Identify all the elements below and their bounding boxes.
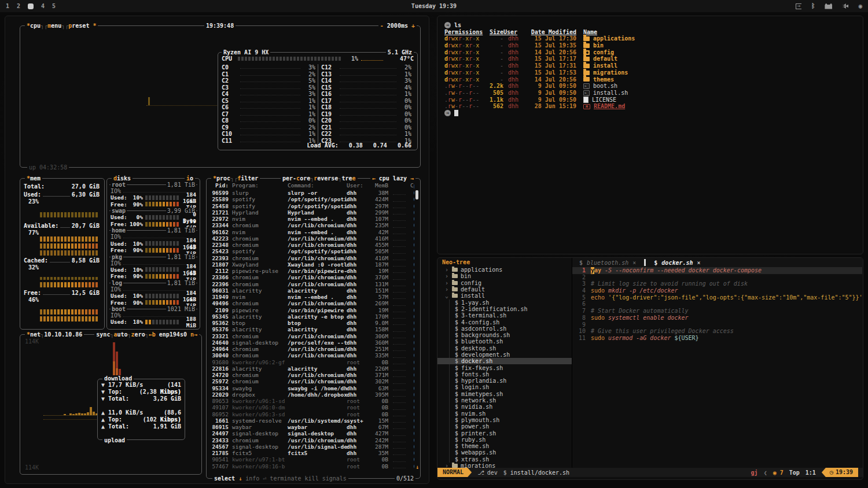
process-row[interactable]: 24497signal-desktopsignal-desktopdhh427M… bbox=[210, 430, 414, 437]
process-row[interactable]: 25589spotify/opt/spotify/spotidhh424M0.2 bbox=[210, 196, 414, 202]
process-row[interactable]: 95376alacrittyalacrittydhh158M0.0 bbox=[210, 326, 414, 332]
workspace-2[interactable]: 2 bbox=[17, 3, 20, 9]
neotree-item-xtras.sh[interactable]: $xtras.sh bbox=[437, 456, 572, 463]
process-row[interactable]: 24567signal-desktop/usr/lib/signal-dedhh… bbox=[210, 443, 414, 450]
process-row[interactable]: 22348chromium/usr/lib/chromium/dhh455M0.… bbox=[210, 242, 414, 248]
process-row[interactable]: 42223chromium/usr/lib/chromium/dhh416M0.… bbox=[210, 235, 414, 242]
neotree-item-migrations[interactable]: ›migrations bbox=[437, 463, 572, 468]
process-row[interactable]: 31949nvimnvim --embed .dhh57M0.0 bbox=[210, 294, 414, 300]
process-row[interactable]: 22396chromium/usr/lib/chromium/dhh131M0.… bbox=[210, 281, 414, 287]
neotree-item-3-terminal.sh[interactable]: $3-terminal.sh bbox=[437, 312, 572, 319]
workspace-active[interactable] bbox=[28, 3, 34, 9]
neotree-item-2-identification.sh[interactable]: $2-identification.sh bbox=[437, 306, 572, 312]
cpu-box-tabs[interactable]: *cpu┐┌menu┐┌preset * bbox=[25, 22, 98, 29]
process-row[interactable]: 1661systemd-resolve/usr/lib/systemd/ssys… bbox=[210, 417, 414, 424]
neotree-item-backgrounds.sh[interactable]: $backgrounds.sh bbox=[437, 332, 572, 338]
process-row[interactable]: 90541kworker/u97:1-btroot0B0.0 bbox=[210, 456, 414, 463]
process-row[interactable]: 95334swaybgswaybg -i /home/dhdhh63M0.0 bbox=[210, 385, 414, 391]
neotree-item-config[interactable]: ›config bbox=[437, 280, 572, 286]
neotree-item-theme.sh[interactable]: $theme.sh bbox=[437, 443, 572, 449]
process-row[interactable]: 86952kworker/u96:3-sdroot0B0.0 bbox=[210, 411, 414, 417]
process-actions[interactable]: select ↓ info ⏎ terminate kill signals bbox=[212, 475, 348, 482]
neotree-item-fonts.sh[interactable]: $fonts.sh bbox=[437, 371, 572, 378]
process-row[interactable]: 23321chromium/usr/lib/chromium/dhh306M0.… bbox=[210, 333, 414, 339]
neotree-item-docker.sh[interactable]: $docker.sh bbox=[437, 358, 572, 364]
process-row[interactable]: 22393chromium/usr/lib/chromium/dhh416M0.… bbox=[210, 255, 414, 261]
neotree-item-mimetypes.sh[interactable]: $mimetypes.sh bbox=[437, 391, 572, 397]
process-row[interactable]: 22972nvimnvim --embed .dhh107M0.0 bbox=[210, 216, 414, 222]
process-row[interactable]: 22029dropbox/home/dhh/.dropboxdhh395M0.0 bbox=[210, 391, 414, 398]
terminal-cursor[interactable] bbox=[454, 110, 458, 116]
process-row[interactable]: 49107kworker/u96:0-dmroot0B0.0 bbox=[210, 404, 414, 411]
neotree-item-network.sh[interactable]: $network.sh bbox=[437, 397, 572, 404]
neotree-item-plymouth.sh[interactable]: $plymouth.sh bbox=[437, 417, 572, 423]
neotree-item-fix-fkeys.sh[interactable]: $fix-fkeys.sh bbox=[437, 364, 572, 371]
editor-area[interactable]: 1yay -S --noconfirm --needed docker dock… bbox=[572, 267, 862, 468]
process-row[interactable]: 24964chromium/usr/lib/chromium/dhh251M0.… bbox=[210, 346, 414, 352]
process-row[interactable]: 25972chromium/usr/lib/chromium/dhh302M0.… bbox=[210, 378, 414, 385]
process-row[interactable]: 23366chromium/usr/lib/chromium/dhh376M0.… bbox=[210, 274, 414, 280]
neotree-item-applications[interactable]: ›applications bbox=[437, 267, 572, 273]
process-row[interactable]: 96162nvimnvim --embed .dhh42M0.0 bbox=[210, 229, 414, 235]
buffer-tab-bluetooth.sh[interactable]: $bluetooth.sh× bbox=[572, 258, 643, 267]
neotree-item-login.sh[interactable]: $login.sh bbox=[437, 384, 572, 390]
update-interval[interactable]: - 2000ms + bbox=[378, 22, 417, 29]
neotree-item-hyprlandia.sh[interactable]: $hyprlandia.sh bbox=[437, 378, 572, 384]
neotree-item-nvim.sh[interactable]: $nvim.sh bbox=[437, 411, 572, 417]
process-row[interactable]: 49496chromium/usr/lib/chromium/dhh269M0.… bbox=[210, 300, 414, 306]
process-sort-selector[interactable]: ← cpu lazy → bbox=[370, 175, 415, 182]
process-row[interactable]: 86915waybarwaybardhh67M0.0 bbox=[210, 424, 414, 430]
process-row[interactable]: 23344chromium/usr/lib/chromium/dhh235M0.… bbox=[210, 222, 414, 228]
process-row[interactable]: 30040chromium/usr/lib/chromium/dhh335M0.… bbox=[210, 352, 414, 358]
process-row[interactable]: 24640signal-desktop/proc/self/exe --tdhh… bbox=[210, 339, 414, 346]
neotree-item-nvidia.sh[interactable]: $nvidia.sh bbox=[437, 404, 572, 410]
process-row[interactable]: 89653kworker/u96:1-sdroot0B0.0 bbox=[210, 398, 414, 404]
network-interface-tabs[interactable]: sync┐auto┐zero┐←b enp194s0 n→ bbox=[94, 331, 199, 338]
bluetooth-icon[interactable]: ᛒ bbox=[811, 3, 815, 9]
scroll-down-icon[interactable]: ↓ bbox=[415, 464, 419, 470]
process-row[interactable]: 2109pipewire/usr/bin/pipewiredhh19M0.0 bbox=[210, 307, 414, 313]
process-row[interactable]: 93680kworker/u96:2-gfroot0B0.0 bbox=[210, 359, 414, 365]
process-row[interactable]: 22816alacrittyalacrittydhh226M0.0 bbox=[210, 365, 414, 372]
process-row[interactable]: 24720chromium/usr/lib/chromium/dhh371M0.… bbox=[210, 372, 414, 378]
neotree-item-bluetooth.sh[interactable]: $bluetooth.sh bbox=[437, 338, 572, 345]
neotree-item-1-yay.sh[interactable]: $1-yay.sh bbox=[437, 299, 572, 305]
cat-icon[interactable] bbox=[825, 3, 832, 9]
process-row[interactable]: 21721HyprlandHyprlanddhh299M0.1 bbox=[210, 209, 414, 216]
process-view-tabs[interactable]: per-core┐reverse┐tree bbox=[281, 175, 358, 182]
neotree-item-install[interactable]: ⌄install bbox=[437, 293, 572, 299]
process-row[interactable]: 21807XwaylandXwayland :0 -rootldhh187M0.… bbox=[210, 261, 414, 268]
process-row[interactable]: 57467kworker/u98:16-broot0B0.0 bbox=[210, 463, 414, 469]
neotree-item-bin[interactable]: ›bin bbox=[437, 273, 572, 279]
current-prompt-line[interactable]: → bbox=[444, 110, 856, 117]
process-row[interactable]: 96031alacrittyalacrittydhh151M0.0 bbox=[210, 287, 414, 294]
process-row[interactable]: 21785fcitx5fcitx5dhh35M0.0 bbox=[210, 450, 414, 456]
process-box-tabs[interactable]: *proc┐┌filter bbox=[211, 175, 260, 182]
process-row[interactable]: 2112pipewire-pulse/usr/bin/pipewire-dhh1… bbox=[210, 268, 414, 274]
process-row[interactable]: 25458spotify/opt/spotify/spotidhh297M0.2 bbox=[210, 203, 414, 209]
neotree-item-asdcontrol.sh[interactable]: $asdcontrol.sh bbox=[437, 326, 572, 332]
workspace-5[interactable]: 5 bbox=[52, 3, 56, 9]
network-box-tabs[interactable]: *net┐10.10.10.86 bbox=[25, 331, 84, 338]
close-icon[interactable]: × bbox=[632, 260, 636, 266]
neotree-item-4-config.sh[interactable]: $4-config.sh bbox=[437, 319, 572, 325]
neotree-item-webapps.sh[interactable]: $webapps.sh bbox=[437, 449, 572, 456]
process-column-headers[interactable]: Pid:Program:Command:User:MemBCpu% bbox=[210, 182, 414, 189]
process-row[interactable]: 95362btopbtopdhh9.0M0.0 bbox=[210, 320, 414, 326]
workspace-4[interactable]: 4 bbox=[41, 3, 45, 9]
neotree-item-power.sh[interactable]: $power.sh bbox=[437, 423, 572, 430]
process-row[interactable]: 23433chromium/usr/lib/chromium/dhh242M0.… bbox=[210, 437, 414, 443]
volume-icon[interactable] bbox=[842, 3, 848, 9]
close-icon[interactable]: × bbox=[697, 260, 701, 266]
neotree-item-ruby.sh[interactable]: $ruby.sh bbox=[437, 437, 572, 443]
record-icon[interactable]: ◉ bbox=[858, 3, 862, 9]
neotree-item-development.sh[interactable]: $development.sh bbox=[437, 352, 572, 358]
neotree-item-default[interactable]: ›default bbox=[437, 286, 572, 293]
neotree-item-printer.sh[interactable]: $printer.sh bbox=[437, 430, 572, 436]
clock[interactable]: Tuesday 19:39 bbox=[411, 3, 457, 9]
logout-icon[interactable] bbox=[796, 3, 801, 9]
process-scrollbar[interactable] bbox=[415, 190, 418, 199]
neotree-item-desktop.sh[interactable]: $desktop.sh bbox=[437, 345, 572, 352]
process-row[interactable]: 96599slurpslurp -ordhh38M0.0 bbox=[210, 190, 414, 196]
process-row[interactable]: 25423spotify/opt/spotify/spotidhh505M0.0 bbox=[210, 248, 414, 254]
